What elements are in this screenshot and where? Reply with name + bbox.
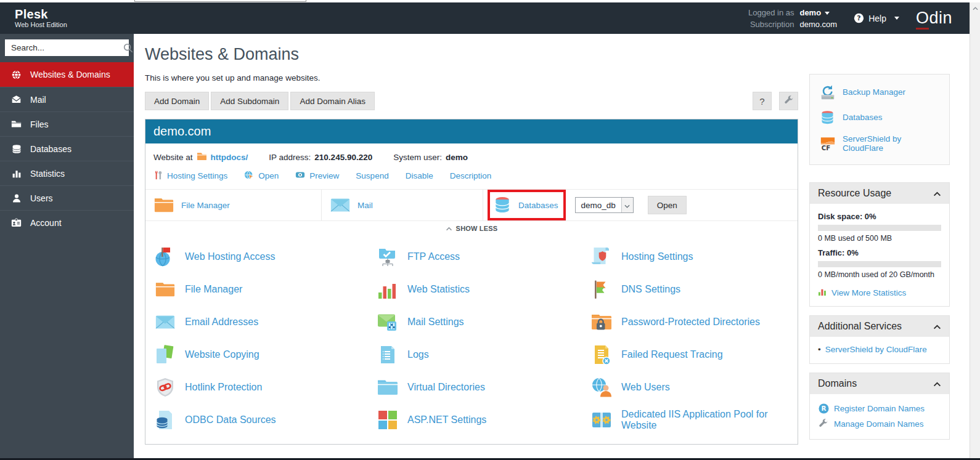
databases-link[interactable]: Databases bbox=[518, 201, 558, 210]
tool-aspnet-settings[interactable]: ASP.NET Settings bbox=[376, 408, 590, 432]
add-subdomain-button[interactable]: Add Subdomain bbox=[211, 92, 288, 110]
tool-dns-settings[interactable]: DNS Settings bbox=[590, 278, 798, 301]
open-site-action[interactable]: Open bbox=[244, 170, 279, 182]
mail-link[interactable]: Mail bbox=[357, 201, 373, 210]
tool-hosting-settings[interactable]: Hosting Settings bbox=[590, 245, 798, 268]
add-domain-alias-button[interactable]: Add Domain Alias bbox=[290, 92, 375, 110]
bullet: • bbox=[818, 345, 821, 354]
app-header: Plesk Web Host Edition Logged in as demo… bbox=[0, 2, 970, 34]
help-button[interactable]: ? bbox=[753, 92, 772, 110]
browser-chrome-strip bbox=[0, 0, 980, 2]
manage-domain-names-item[interactable]: Manage Domain Names bbox=[818, 416, 941, 431]
hosting-settings-action[interactable]: Hosting Settings bbox=[153, 171, 227, 182]
tool-failed-request-tracing[interactable]: Failed Request Tracing bbox=[590, 343, 798, 366]
tool-link[interactable]: Mail Settings bbox=[407, 317, 464, 328]
databases-item[interactable]: Databases bbox=[810, 105, 949, 130]
tool-link[interactable]: Web Statistics bbox=[407, 284, 470, 295]
tool-link[interactable]: Email Addresses bbox=[185, 317, 258, 328]
view-more-statistics-link[interactable]: View More Statistics bbox=[831, 288, 906, 297]
tool-file-manager[interactable]: File Manager bbox=[153, 278, 376, 301]
tool-link[interactable]: File Manager bbox=[185, 284, 242, 295]
sidebar-item-databases[interactable]: Databases bbox=[0, 136, 134, 161]
quick-mail-cell[interactable]: Mail bbox=[321, 190, 483, 220]
tool-email-addresses[interactable]: Email Addresses bbox=[153, 310, 376, 334]
quick-file-manager-cell[interactable]: File Manager bbox=[145, 190, 321, 220]
suspend-action[interactable]: Suspend bbox=[356, 171, 388, 180]
view-more-statistics-item[interactable]: View More Statistics bbox=[818, 287, 941, 298]
tool-link[interactable]: Logs bbox=[407, 349, 429, 360]
show-less-toggle[interactable]: SHOW LESS bbox=[145, 220, 798, 236]
tool-odbc-data-sources[interactable]: ODBC Data Sources bbox=[153, 408, 376, 432]
system-user-value: demo bbox=[446, 153, 468, 162]
description-action[interactable]: Description bbox=[450, 171, 492, 180]
add-domain-button[interactable]: Add Domain bbox=[145, 92, 209, 110]
tool-link[interactable]: DNS Settings bbox=[621, 284, 680, 295]
tool-website-copying[interactable]: Website Copying bbox=[153, 343, 376, 366]
backup-manager-item[interactable]: Backup Manager bbox=[810, 79, 949, 105]
tool-hotlink-protection[interactable]: Hotlink Protection bbox=[153, 376, 376, 399]
sidebar-item-statistics[interactable]: Statistics bbox=[0, 161, 134, 185]
register-domain-names-item[interactable]: R Register Domain Names bbox=[818, 401, 941, 416]
tool-link[interactable]: ODBC Data Sources bbox=[185, 414, 276, 426]
tool-link[interactable]: Password-Protected Directories bbox=[621, 317, 760, 328]
action-link[interactable]: Preview bbox=[309, 171, 339, 180]
file-manager-link[interactable]: File Manager bbox=[181, 201, 230, 210]
tool-link[interactable]: Web Users bbox=[621, 382, 670, 393]
resource-usage-header[interactable]: Resource Usage bbox=[810, 183, 949, 204]
tool-link[interactable]: Dedicated IIS Application Pool for Websi… bbox=[621, 409, 798, 431]
tool-link[interactable]: Hosting Settings bbox=[621, 251, 693, 262]
tool-logs[interactable]: Logs bbox=[376, 343, 590, 366]
tool-web-users[interactable]: Web Users bbox=[590, 376, 798, 399]
page-subtitle: This is where you set up and manage webs… bbox=[145, 73, 798, 83]
backup-manager-link[interactable]: Backup Manager bbox=[843, 87, 905, 97]
tool-link[interactable]: FTP Access bbox=[407, 251, 460, 262]
tool-link[interactable]: Hotlink Protection bbox=[185, 382, 262, 393]
action-link[interactable]: Hosting Settings bbox=[167, 171, 227, 180]
tool-link[interactable]: Failed Request Tracing bbox=[621, 349, 723, 360]
sidebar-item-account[interactable]: Account bbox=[0, 210, 134, 235]
open-database-button[interactable]: Open bbox=[648, 196, 687, 214]
quick-access-row: File Manager Mail Databases demo_db bbox=[145, 189, 798, 220]
tool-mail-settings[interactable]: Mail Settings bbox=[376, 310, 590, 334]
help-menu[interactable]: ? Help bbox=[854, 13, 899, 23]
ip-segment: IP address: 210.245.90.220 bbox=[269, 153, 372, 162]
servershield-service-link[interactable]: ServerShield by CloudFlare bbox=[825, 345, 927, 354]
sidebar-item-websites-domains[interactable]: Websites & Domains bbox=[0, 62, 134, 87]
tool-link[interactable]: Web Hosting Access bbox=[185, 251, 275, 262]
plesk-logo[interactable]: Plesk Web Host Edition bbox=[15, 8, 67, 29]
preview-action[interactable]: Preview bbox=[295, 170, 339, 182]
tool-link[interactable]: ASP.NET Settings bbox=[407, 414, 486, 426]
logged-in-user-menu[interactable]: demo bbox=[799, 7, 837, 18]
databases-link[interactable]: Databases bbox=[843, 113, 883, 122]
register-domain-names-link[interactable]: Register Domain Names bbox=[834, 404, 925, 413]
tool-link[interactable]: Virtual Directories bbox=[407, 382, 485, 393]
sidebar-item-files[interactable]: Files bbox=[0, 111, 134, 136]
servershield-service-item[interactable]: • ServerShield by CloudFlare bbox=[818, 344, 941, 355]
disk-space-caption: 0 MB used of 500 MB bbox=[818, 234, 941, 243]
additional-services-header[interactable]: Additional Services bbox=[810, 316, 949, 337]
webroot-link[interactable]: httpdocs/ bbox=[211, 153, 248, 162]
tool-web-hosting-access[interactable]: Web Hosting Access bbox=[153, 245, 376, 268]
tools-button[interactable] bbox=[779, 92, 798, 110]
domains-header[interactable]: Domains bbox=[810, 373, 949, 394]
servershield-link[interactable]: ServerShield by CloudFlare bbox=[843, 134, 940, 153]
sidebar-item-users[interactable]: Users bbox=[0, 185, 134, 210]
manage-domain-names-link[interactable]: Manage Domain Names bbox=[834, 419, 924, 429]
search-input[interactable] bbox=[6, 43, 123, 52]
disable-action[interactable]: Disable bbox=[406, 171, 433, 180]
scrollbar-up-arrow[interactable] bbox=[970, 2, 980, 12]
system-user-segment: System user: demo bbox=[393, 153, 468, 162]
tool-web-statistics[interactable]: Web Statistics bbox=[376, 278, 590, 301]
sidebar-item-mail[interactable]: Mail bbox=[0, 87, 134, 111]
search-icon[interactable] bbox=[123, 42, 134, 54]
tool-dedicated-iis-pool[interactable]: Dedicated IIS Application Pool for Websi… bbox=[590, 408, 798, 432]
vertical-scrollbar[interactable] bbox=[970, 2, 980, 458]
tool-password-protected-directories[interactable]: Password-Protected Directories bbox=[590, 310, 798, 334]
mini-chart-icon bbox=[818, 287, 827, 298]
tool-ftp-access[interactable]: FTP Access bbox=[376, 245, 590, 268]
servershield-item[interactable]: CF ServerShield by CloudFlare bbox=[810, 130, 949, 157]
action-link[interactable]: Open bbox=[258, 171, 279, 180]
tool-virtual-directories[interactable]: Virtual Directories bbox=[376, 376, 590, 399]
database-select[interactable]: demo_db bbox=[575, 197, 634, 213]
tool-link[interactable]: Website Copying bbox=[185, 349, 259, 360]
